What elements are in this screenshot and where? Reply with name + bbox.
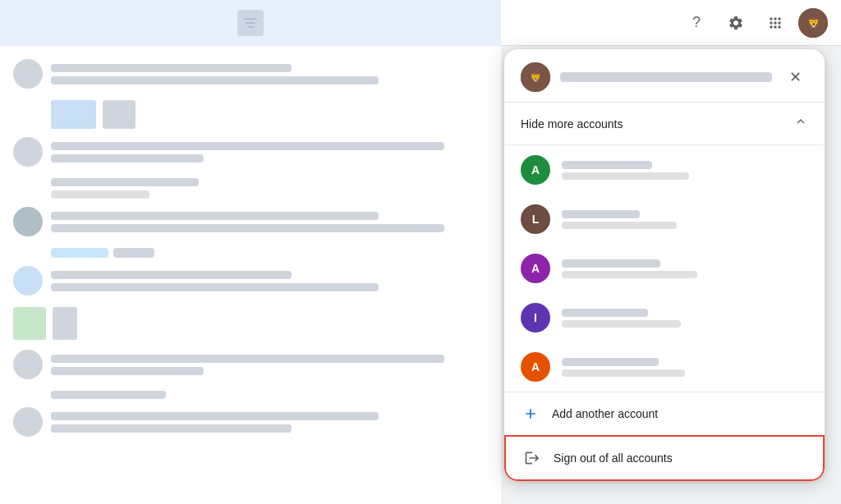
avatar-icon: 🦁 bbox=[798, 8, 828, 38]
account-item[interactable]: L bbox=[504, 195, 825, 244]
chevron-up-icon bbox=[793, 114, 808, 133]
add-icon bbox=[521, 404, 540, 424]
panel-header: 🦁 ✕ bbox=[504, 49, 825, 103]
add-account-row[interactable]: Add another account bbox=[504, 392, 825, 435]
help-button[interactable]: ? bbox=[680, 7, 713, 39]
account-email-3 bbox=[562, 271, 697, 278]
close-icon: ✕ bbox=[789, 68, 802, 86]
account-name-4 bbox=[562, 309, 648, 317]
account-item[interactable]: A bbox=[504, 145, 825, 195]
avatar-button[interactable]: 🦁 bbox=[798, 8, 828, 38]
signout-icon bbox=[522, 448, 542, 468]
background-content bbox=[0, 0, 501, 504]
svg-text:🦁: 🦁 bbox=[807, 16, 821, 30]
panel-header-name bbox=[560, 72, 772, 82]
account-email-1 bbox=[562, 172, 689, 180]
hide-accounts-row[interactable]: Hide more accounts bbox=[504, 103, 825, 145]
account-info-3 bbox=[562, 259, 808, 278]
account-email-2 bbox=[562, 222, 677, 229]
help-icon: ? bbox=[692, 14, 701, 31]
settings-button[interactable] bbox=[719, 7, 752, 39]
account-item[interactable]: A bbox=[504, 244, 825, 293]
hide-accounts-label: Hide more accounts bbox=[521, 117, 623, 131]
account-avatar-5: A bbox=[521, 352, 550, 382]
account-info-2 bbox=[562, 210, 808, 229]
account-info-5 bbox=[562, 358, 808, 377]
top-toolbar: ? 🦁 bbox=[501, 0, 841, 46]
account-avatar-2: L bbox=[521, 204, 550, 234]
account-item[interactable]: I bbox=[504, 293, 825, 342]
signout-label: Sign out of all accounts bbox=[554, 451, 673, 465]
account-email-4 bbox=[562, 320, 681, 328]
apps-button[interactable] bbox=[759, 7, 792, 39]
account-avatar-4: I bbox=[521, 303, 550, 332]
account-panel: 🦁 ✕ Hide more accounts A L bbox=[504, 49, 825, 481]
account-info-1 bbox=[562, 161, 808, 180]
bg-rows bbox=[0, 46, 501, 461]
accounts-list: A L A I bbox=[504, 145, 825, 392]
account-email-5 bbox=[562, 369, 685, 377]
bg-filter-icon bbox=[237, 10, 264, 36]
svg-text:🦁: 🦁 bbox=[529, 71, 543, 85]
panel-close-button[interactable]: ✕ bbox=[782, 64, 808, 90]
add-account-label: Add another account bbox=[552, 407, 658, 420]
account-item[interactable]: A bbox=[504, 342, 825, 392]
account-name-2 bbox=[562, 210, 640, 218]
account-avatar-1: A bbox=[521, 155, 550, 185]
apps-icon bbox=[767, 15, 784, 31]
account-name-5 bbox=[562, 358, 659, 366]
account-avatar-3: A bbox=[521, 254, 550, 283]
bg-topbar bbox=[0, 0, 501, 46]
account-name-3 bbox=[562, 259, 660, 268]
account-name-1 bbox=[562, 161, 652, 169]
signout-row[interactable]: Sign out of all accounts bbox=[504, 435, 825, 481]
account-info-4 bbox=[562, 309, 808, 328]
panel-header-avatar: 🦁 bbox=[521, 62, 550, 92]
gear-icon bbox=[728, 15, 744, 31]
